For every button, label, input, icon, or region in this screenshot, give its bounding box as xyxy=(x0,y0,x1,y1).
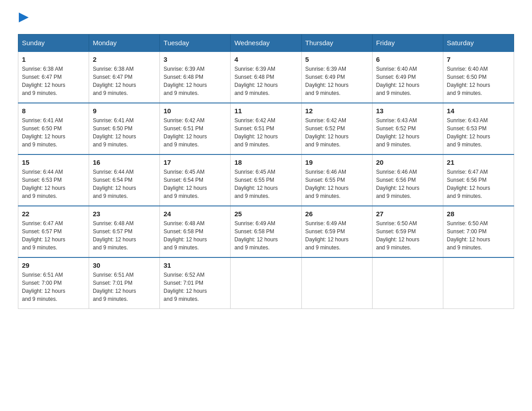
calendar-table: SundayMondayTuesdayWednesdayThursdayFrid… xyxy=(18,34,514,309)
calendar-cell: 9 Sunrise: 6:41 AM Sunset: 6:50 PM Dayli… xyxy=(89,103,160,154)
calendar-header-row: SundayMondayTuesdayWednesdayThursdayFrid… xyxy=(18,34,514,52)
day-number: 12 xyxy=(305,107,369,115)
day-info: Sunrise: 6:40 AM Sunset: 6:50 PM Dayligh… xyxy=(447,65,510,97)
logo-arrow-icon xyxy=(19,13,29,22)
day-number: 31 xyxy=(163,261,227,269)
page-header xyxy=(18,13,514,25)
day-info: Sunrise: 6:48 AM Sunset: 6:58 PM Dayligh… xyxy=(163,219,227,252)
day-info: Sunrise: 6:43 AM Sunset: 6:53 PM Dayligh… xyxy=(447,116,510,149)
day-number: 30 xyxy=(93,261,156,269)
day-number: 2 xyxy=(93,56,156,63)
calendar-cell xyxy=(443,257,514,309)
day-info: Sunrise: 6:50 AM Sunset: 7:00 PM Dayligh… xyxy=(447,219,510,252)
day-number: 9 xyxy=(93,107,156,115)
day-info: Sunrise: 6:39 AM Sunset: 6:49 PM Dayligh… xyxy=(305,65,369,97)
calendar-cell: 18 Sunrise: 6:45 AM Sunset: 6:55 PM Dayl… xyxy=(231,154,301,206)
day-info: Sunrise: 6:42 AM Sunset: 6:52 PM Dayligh… xyxy=(305,116,369,149)
day-info: Sunrise: 6:39 AM Sunset: 6:48 PM Dayligh… xyxy=(234,65,297,97)
day-info: Sunrise: 6:44 AM Sunset: 6:53 PM Dayligh… xyxy=(22,168,85,200)
day-info: Sunrise: 6:42 AM Sunset: 6:51 PM Dayligh… xyxy=(234,116,297,149)
day-number: 29 xyxy=(22,261,85,269)
calendar-cell: 12 Sunrise: 6:42 AM Sunset: 6:52 PM Dayl… xyxy=(301,103,372,154)
day-number: 21 xyxy=(447,158,510,166)
day-number: 24 xyxy=(163,210,227,218)
day-number: 6 xyxy=(376,56,439,63)
day-info: Sunrise: 6:47 AM Sunset: 6:57 PM Dayligh… xyxy=(22,219,85,252)
day-number: 7 xyxy=(447,56,510,63)
calendar-cell: 13 Sunrise: 6:43 AM Sunset: 6:52 PM Dayl… xyxy=(372,103,443,154)
calendar-cell: 2 Sunrise: 6:38 AM Sunset: 6:47 PM Dayli… xyxy=(89,51,160,103)
day-number: 17 xyxy=(163,158,227,166)
calendar-cell: 5 Sunrise: 6:39 AM Sunset: 6:49 PM Dayli… xyxy=(301,51,372,103)
calendar-cell: 3 Sunrise: 6:39 AM Sunset: 6:48 PM Dayli… xyxy=(160,51,231,103)
day-info: Sunrise: 6:39 AM Sunset: 6:48 PM Dayligh… xyxy=(163,65,227,97)
calendar-cell: 1 Sunrise: 6:38 AM Sunset: 6:47 PM Dayli… xyxy=(18,51,89,103)
day-info: Sunrise: 6:51 AM Sunset: 7:01 PM Dayligh… xyxy=(93,271,156,303)
calendar-cell: 10 Sunrise: 6:42 AM Sunset: 6:51 PM Dayl… xyxy=(160,103,231,154)
day-number: 13 xyxy=(376,107,439,115)
weekday-header: Sunday xyxy=(18,34,89,52)
day-number: 16 xyxy=(93,158,156,166)
calendar-cell: 7 Sunrise: 6:40 AM Sunset: 6:50 PM Dayli… xyxy=(443,51,514,103)
day-info: Sunrise: 6:46 AM Sunset: 6:56 PM Dayligh… xyxy=(376,168,439,200)
day-number: 18 xyxy=(234,158,297,166)
day-number: 15 xyxy=(22,158,85,166)
calendar-cell: 23 Sunrise: 6:48 AM Sunset: 6:57 PM Dayl… xyxy=(89,206,160,257)
day-info: Sunrise: 6:44 AM Sunset: 6:54 PM Dayligh… xyxy=(93,168,156,200)
svg-marker-0 xyxy=(19,13,29,22)
day-number: 3 xyxy=(163,56,227,63)
weekday-header: Tuesday xyxy=(160,34,231,52)
day-info: Sunrise: 6:40 AM Sunset: 6:49 PM Dayligh… xyxy=(376,65,439,97)
week-row: 29 Sunrise: 6:51 AM Sunset: 7:00 PM Dayl… xyxy=(18,257,514,309)
day-info: Sunrise: 6:52 AM Sunset: 7:01 PM Dayligh… xyxy=(163,271,227,303)
week-row: 22 Sunrise: 6:47 AM Sunset: 6:57 PM Dayl… xyxy=(18,206,514,257)
day-info: Sunrise: 6:43 AM Sunset: 6:52 PM Dayligh… xyxy=(376,116,439,149)
calendar-cell: 11 Sunrise: 6:42 AM Sunset: 6:51 PM Dayl… xyxy=(231,103,301,154)
calendar-cell xyxy=(301,257,372,309)
calendar-cell: 26 Sunrise: 6:49 AM Sunset: 6:59 PM Dayl… xyxy=(301,206,372,257)
day-number: 10 xyxy=(163,107,227,115)
calendar-cell: 20 Sunrise: 6:46 AM Sunset: 6:56 PM Dayl… xyxy=(372,154,443,206)
day-number: 1 xyxy=(22,56,85,63)
day-info: Sunrise: 6:46 AM Sunset: 6:55 PM Dayligh… xyxy=(305,168,369,200)
day-info: Sunrise: 6:47 AM Sunset: 6:56 PM Dayligh… xyxy=(447,168,510,200)
calendar-cell: 15 Sunrise: 6:44 AM Sunset: 6:53 PM Dayl… xyxy=(18,154,89,206)
day-number: 25 xyxy=(234,210,297,218)
day-number: 4 xyxy=(234,56,297,63)
calendar-cell xyxy=(231,257,301,309)
calendar-cell: 30 Sunrise: 6:51 AM Sunset: 7:01 PM Dayl… xyxy=(89,257,160,309)
week-row: 1 Sunrise: 6:38 AM Sunset: 6:47 PM Dayli… xyxy=(18,51,514,103)
day-info: Sunrise: 6:49 AM Sunset: 6:58 PM Dayligh… xyxy=(234,219,297,252)
week-row: 15 Sunrise: 6:44 AM Sunset: 6:53 PM Dayl… xyxy=(18,154,514,206)
calendar-cell: 27 Sunrise: 6:50 AM Sunset: 6:59 PM Dayl… xyxy=(372,206,443,257)
calendar-cell: 17 Sunrise: 6:45 AM Sunset: 6:54 PM Dayl… xyxy=(160,154,231,206)
day-number: 20 xyxy=(376,158,439,166)
calendar-cell: 24 Sunrise: 6:48 AM Sunset: 6:58 PM Dayl… xyxy=(160,206,231,257)
weekday-header: Saturday xyxy=(443,34,514,52)
day-info: Sunrise: 6:42 AM Sunset: 6:51 PM Dayligh… xyxy=(163,116,227,149)
calendar-cell: 6 Sunrise: 6:40 AM Sunset: 6:49 PM Dayli… xyxy=(372,51,443,103)
day-number: 23 xyxy=(93,210,156,218)
calendar-cell: 14 Sunrise: 6:43 AM Sunset: 6:53 PM Dayl… xyxy=(443,103,514,154)
weekday-header: Friday xyxy=(372,34,443,52)
weekday-header: Thursday xyxy=(301,34,372,52)
day-number: 19 xyxy=(305,158,369,166)
calendar-cell: 19 Sunrise: 6:46 AM Sunset: 6:55 PM Dayl… xyxy=(301,154,372,206)
calendar-cell: 29 Sunrise: 6:51 AM Sunset: 7:00 PM Dayl… xyxy=(18,257,89,309)
day-number: 28 xyxy=(447,210,510,218)
calendar-cell: 16 Sunrise: 6:44 AM Sunset: 6:54 PM Dayl… xyxy=(89,154,160,206)
day-info: Sunrise: 6:49 AM Sunset: 6:59 PM Dayligh… xyxy=(305,219,369,252)
day-info: Sunrise: 6:38 AM Sunset: 6:47 PM Dayligh… xyxy=(93,65,156,97)
day-number: 8 xyxy=(22,107,85,115)
day-info: Sunrise: 6:45 AM Sunset: 6:55 PM Dayligh… xyxy=(234,168,297,200)
calendar-cell: 22 Sunrise: 6:47 AM Sunset: 6:57 PM Dayl… xyxy=(18,206,89,257)
calendar-cell: 25 Sunrise: 6:49 AM Sunset: 6:58 PM Dayl… xyxy=(231,206,301,257)
calendar-cell xyxy=(372,257,443,309)
calendar-cell: 21 Sunrise: 6:47 AM Sunset: 6:56 PM Dayl… xyxy=(443,154,514,206)
day-number: 14 xyxy=(447,107,510,115)
day-info: Sunrise: 6:41 AM Sunset: 6:50 PM Dayligh… xyxy=(22,116,85,149)
calendar-cell: 4 Sunrise: 6:39 AM Sunset: 6:48 PM Dayli… xyxy=(231,51,301,103)
day-number: 27 xyxy=(376,210,439,218)
day-info: Sunrise: 6:48 AM Sunset: 6:57 PM Dayligh… xyxy=(93,219,156,252)
calendar-cell: 28 Sunrise: 6:50 AM Sunset: 7:00 PM Dayl… xyxy=(443,206,514,257)
